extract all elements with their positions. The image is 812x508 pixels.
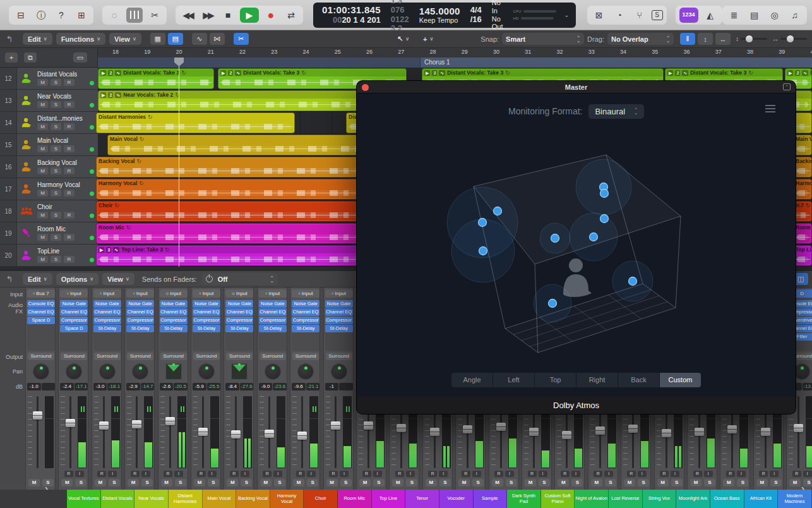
record-enable-button[interactable]: R xyxy=(792,471,801,477)
surround-panner[interactable] xyxy=(165,363,182,380)
volume-fader[interactable] xyxy=(595,426,605,435)
view-button-custom[interactable]: Custom xyxy=(660,373,701,387)
solo-button[interactable]: S xyxy=(439,479,451,487)
track-header[interactable]: 15 Main VocalMSR xyxy=(0,134,98,156)
record-enable-button[interactable]: R xyxy=(296,471,305,477)
input-monitor-button[interactable]: I xyxy=(174,471,183,477)
view-button-left[interactable]: Left xyxy=(493,373,534,387)
fx-plugin-slot[interactable]: Compressor xyxy=(160,317,188,324)
output-slot[interactable]: Surround xyxy=(160,353,187,360)
channel-strip[interactable]: ▫ InputNoise GateChannel EQCompressorSt-… xyxy=(257,287,287,490)
expand-icon[interactable]: ⌃ xyxy=(783,83,791,90)
fx-plugin-slot[interactable]: Noise Gate xyxy=(93,300,121,308)
track-name-cell[interactable]: Choir xyxy=(304,490,338,508)
play-disclosure-icon[interactable]: ▶ xyxy=(220,70,226,76)
fx-plugin-slot[interactable]: Channel EQ xyxy=(259,308,287,316)
mute-button[interactable]: M xyxy=(458,479,470,487)
solo-button[interactable]: S xyxy=(51,79,61,86)
mute-button[interactable]: M xyxy=(426,479,437,487)
fx-plugin-slot[interactable]: Noise Gate xyxy=(259,300,287,308)
input-monitor-button[interactable]: I xyxy=(307,471,316,477)
track-name-cell[interactable]: Tenor xyxy=(405,490,439,508)
solo-button[interactable]: S xyxy=(472,479,484,487)
back-arrow-icon[interactable]: ↰ xyxy=(0,34,19,44)
mixer-icon[interactable] xyxy=(126,8,143,23)
track-header-body[interactable]: Main VocalMSR xyxy=(16,134,98,155)
track-name-cell[interactable]: Night of Avalon xyxy=(575,490,609,508)
pan-knob[interactable] xyxy=(33,364,49,379)
track-header-body[interactable]: Backing VocalMSR xyxy=(16,156,98,178)
fx-plugin-slot[interactable]: Channel EQ xyxy=(126,308,154,316)
fx-plugin-slot[interactable]: St-Delay xyxy=(292,325,319,332)
play-button[interactable]: ▶ xyxy=(240,8,259,23)
record-enable-button[interactable]: R xyxy=(494,471,503,477)
record-enable-button[interactable]: R xyxy=(64,167,75,174)
view-button-top[interactable]: Top xyxy=(535,373,576,387)
input-monitor-button[interactable]: I xyxy=(273,471,282,477)
fx-plugin-slot[interactable]: Channel EQ xyxy=(325,308,353,316)
fx-plugin-slot[interactable]: St-Delay xyxy=(325,325,353,332)
fx-plugin-slot[interactable]: Channel EQ xyxy=(60,308,88,316)
track-header[interactable]: 12 Distant VocalsMSR xyxy=(0,68,98,90)
track-name-cell[interactable]: Lost Reverse xyxy=(609,490,643,508)
record-enable-button[interactable]: R xyxy=(131,471,140,477)
fx-plugin-slot[interactable]: Channel EQ xyxy=(93,308,121,316)
play-disclosure-icon[interactable]: ▶ xyxy=(99,247,104,253)
input-monitor-button[interactable]: I xyxy=(141,471,150,477)
solo-button[interactable]: S xyxy=(51,256,61,263)
record-enable-button[interactable]: R xyxy=(395,471,404,477)
fx-plugin-slot[interactable]: Compressor xyxy=(60,317,88,324)
record-enable-button[interactable]: R xyxy=(428,471,437,477)
solo-button[interactable]: S xyxy=(571,479,583,487)
fx-plugin-slot[interactable]: Noise Gate xyxy=(325,300,353,308)
input-slot[interactable]: ▫ Input xyxy=(60,289,88,298)
fx-plugin-slot[interactable]: Noise Gate xyxy=(60,300,88,308)
pan-knob[interactable] xyxy=(794,364,809,379)
record-enable-button[interactable]: R xyxy=(64,190,75,197)
track-header-body[interactable]: Room MicMSR xyxy=(16,222,98,244)
track-header[interactable]: 20 TopLineMSR xyxy=(0,245,98,267)
waveform-zoom-icon[interactable]: ⦀ xyxy=(680,33,695,45)
mute-button[interactable]: M xyxy=(492,479,503,487)
fx-plugin-slot[interactable]: St-Delay xyxy=(225,325,253,332)
record-enable-button[interactable]: R xyxy=(263,471,272,477)
volume-fader[interactable] xyxy=(727,425,737,433)
pan-control[interactable] xyxy=(191,362,222,381)
solo-button[interactable]: S xyxy=(539,479,550,487)
fx-plugin-slot[interactable]: Compressor xyxy=(193,317,220,324)
speaker-object-dot[interactable] xyxy=(494,207,502,215)
solo-button[interactable]: S xyxy=(274,479,285,487)
atmos-3d-room[interactable] xyxy=(357,94,796,397)
record-enable-button[interactable]: R xyxy=(561,471,570,477)
fx-plugin-slot[interactable]: St-Delay xyxy=(259,325,287,332)
record-enable-button[interactable]: R xyxy=(462,471,470,477)
volume-fader[interactable] xyxy=(132,420,141,428)
pencil-tool-menu[interactable]: +∨ xyxy=(418,33,438,45)
mixer-menu-options[interactable]: Options∨ xyxy=(56,273,99,285)
automation-icon[interactable]: ∿ xyxy=(192,33,207,45)
channel-strip[interactable]: ○ InputNoise GateChannel EQCompressorSt-… xyxy=(158,287,188,490)
cycle-button[interactable]: ⇄ xyxy=(283,8,299,23)
track-header[interactable]: 18 ChoirMSR xyxy=(0,200,98,222)
fx-plugin-slot[interactable]: Compressor xyxy=(126,317,154,324)
pan-control[interactable] xyxy=(26,362,56,381)
input-monitor-button[interactable]: I xyxy=(505,471,514,477)
solo-button[interactable]: S xyxy=(141,479,153,487)
solo-button[interactable]: S xyxy=(506,479,517,487)
solo-button[interactable]: S xyxy=(638,479,649,487)
input-monitor-button[interactable]: I xyxy=(571,471,580,477)
track-name-cell[interactable]: Distant Harmonies xyxy=(169,490,203,508)
fx-plugin-slot[interactable]: Channel EQ xyxy=(292,308,319,316)
solo-button[interactable]: S xyxy=(51,190,61,197)
audio-region[interactable]: Room Mic↻ xyxy=(793,223,812,244)
mute-button[interactable]: M xyxy=(293,479,304,487)
output-slot[interactable]: Surround xyxy=(326,353,352,360)
track-name-cell[interactable]: Dark Synth Pad xyxy=(507,490,541,508)
track-name-cell[interactable]: Harmony Vocal xyxy=(270,490,304,508)
pan-knob[interactable] xyxy=(265,364,280,379)
pan-control[interactable] xyxy=(224,362,254,381)
track-header-body[interactable]: Near VocalsMSR xyxy=(16,90,98,111)
input-slot[interactable]: ▫ Input xyxy=(126,289,154,298)
solo-button[interactable]: S xyxy=(803,479,812,487)
output-slot[interactable]: Surround xyxy=(292,353,319,360)
